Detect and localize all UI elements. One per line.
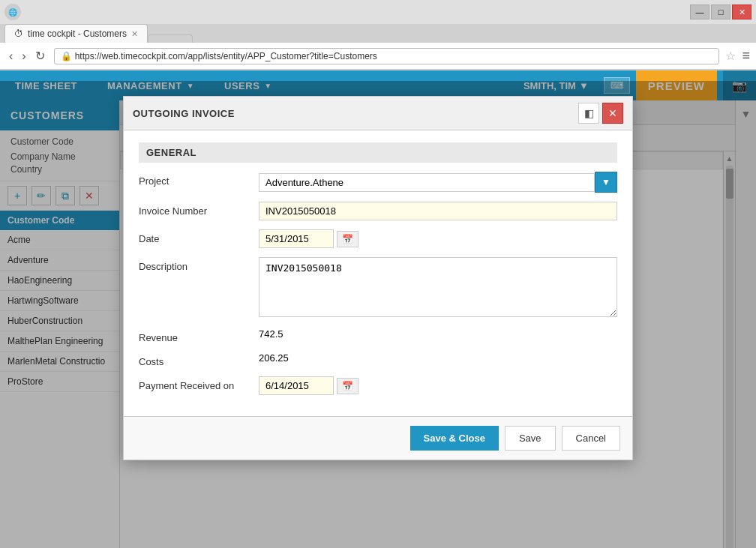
modal-collapse-button[interactable]: ◧ [578, 103, 599, 124]
project-input[interactable] [259, 173, 595, 192]
window-controls: — □ ✕ [690, 4, 752, 19]
invoice-number-field [259, 202, 617, 220]
modal-title: OUTGOING INVOICE [133, 108, 235, 119]
lock-icon: 🔒 [61, 51, 72, 61]
invoice-number-label: Invoice Number [139, 202, 259, 217]
address-bar: ‹ › ↻ 🔒 https://web.timecockpit.com/app/… [0, 43, 756, 70]
description-row: Description INV2015050018 [139, 257, 617, 319]
description-label: Description [139, 257, 259, 272]
new-tab-area[interactable] [148, 34, 193, 43]
url-bar[interactable]: 🔒 https://web.timecockpit.com/app/lists/… [54, 48, 720, 64]
back-button[interactable]: ‹ [6, 48, 16, 64]
browser-chrome: 🌐 — □ ✕ ⏱ time cockpit - Customers ✕ ‹ ›… [0, 0, 756, 70]
close-button[interactable]: ✕ [732, 4, 752, 19]
refresh-button[interactable]: ↻ [32, 47, 48, 64]
payment-label: Payment Received on [139, 376, 259, 391]
date-input[interactable] [259, 229, 334, 248]
date-label: Date [139, 229, 259, 244]
browser-tab-active[interactable]: ⏱ time cockpit - Customers ✕ [4, 24, 148, 43]
payment-input[interactable] [259, 376, 334, 395]
revenue-row: Revenue 742.5 [139, 328, 617, 343]
browser-icon: 🌐 [4, 4, 21, 20]
tab-close-button[interactable]: ✕ [131, 29, 138, 39]
revenue-value: 742.5 [259, 328, 617, 340]
costs-label: Costs [139, 352, 259, 367]
outgoing-invoice-modal: OUTGOING INVOICE ◧ ✕ GENERAL Project ▼ I… [123, 96, 633, 460]
revenue-label: Revenue [139, 328, 259, 343]
cancel-button[interactable]: Cancel [562, 426, 620, 451]
date-row: Date 📅 [139, 229, 617, 248]
invoice-number-input[interactable] [259, 202, 617, 220]
project-dropdown-button[interactable]: ▼ [595, 172, 617, 193]
project-field: ▼ [259, 172, 617, 193]
date-calendar-button[interactable]: 📅 [337, 231, 358, 247]
modal-overlay: OUTGOING INVOICE ◧ ✕ GENERAL Project ▼ I… [0, 81, 756, 548]
minimize-button[interactable]: — [690, 4, 710, 19]
tab-favicon: ⏱ [14, 28, 23, 39]
title-bar: 🌐 — □ ✕ [0, 0, 756, 24]
save-close-button[interactable]: Save & Close [410, 426, 499, 451]
modal-body: GENERAL Project ▼ Invoice Number Date [124, 130, 632, 416]
tab-bar: ⏱ time cockpit - Customers ✕ [0, 24, 756, 43]
browser-menu-button[interactable]: ≡ [742, 48, 750, 64]
project-label: Project [139, 172, 259, 187]
save-button[interactable]: Save [505, 426, 556, 451]
costs-value: 206.25 [259, 352, 617, 364]
modal-footer: Save & Close Save Cancel [124, 416, 632, 460]
modal-header: OUTGOING INVOICE ◧ ✕ [124, 97, 632, 130]
invoice-number-row: Invoice Number [139, 202, 617, 220]
payment-calendar-button[interactable]: 📅 [337, 378, 358, 394]
bookmark-button[interactable]: ☆ [725, 49, 736, 63]
description-field: INV2015050018 [259, 257, 617, 319]
costs-row: Costs 206.25 [139, 352, 617, 367]
tab-title: time cockpit - Customers [28, 28, 127, 39]
general-section-header: GENERAL [139, 142, 617, 163]
date-field: 📅 [259, 229, 617, 248]
payment-row: Payment Received on 📅 [139, 376, 617, 395]
project-row: Project ▼ [139, 172, 617, 193]
title-bar-left: 🌐 [4, 4, 21, 20]
description-textarea[interactable]: INV2015050018 [259, 257, 617, 317]
nav-buttons: ‹ › ↻ [6, 47, 48, 64]
url-text: https://web.timecockpit.com/app/lists/en… [75, 51, 377, 61]
maximize-button[interactable]: □ [711, 4, 730, 19]
payment-field: 📅 [259, 376, 617, 395]
modal-header-buttons: ◧ ✕ [578, 103, 623, 124]
modal-close-button[interactable]: ✕ [602, 103, 623, 124]
forward-button[interactable]: › [19, 48, 28, 64]
